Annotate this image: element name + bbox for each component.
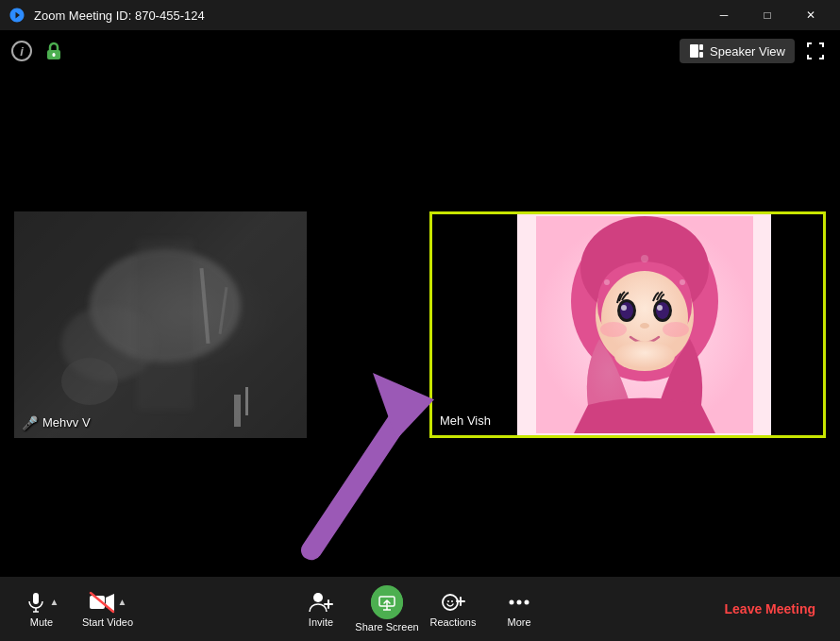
svg-rect-2 — [690, 44, 698, 58]
toolbar-center: Invite Share Screen — [289, 581, 551, 637]
svg-point-19 — [621, 305, 627, 311]
more-button[interactable]: More — [487, 581, 551, 637]
mic-muted-icon: 🎤 — [22, 415, 38, 430]
top-bar-left: i — [11, 39, 66, 63]
svg-point-47 — [451, 600, 453, 602]
app-icon — [8, 6, 26, 25]
mute-button[interactable]: ▲ Mute — [9, 581, 74, 637]
svg-point-29 — [641, 255, 648, 262]
side-left — [432, 214, 517, 435]
start-video-icon: ▲ — [89, 591, 127, 614]
tile-inner — [432, 214, 823, 435]
reactions-label: Reactions — [430, 616, 477, 628]
invite-button[interactable]: Invite — [289, 581, 353, 637]
svg-point-46 — [447, 600, 449, 602]
toolbar: ▲ Mute ▲ Start Video — [0, 577, 840, 641]
minimize-button[interactable]: ─ — [702, 0, 746, 30]
invite-icon — [309, 591, 333, 614]
svg-point-25 — [663, 322, 689, 337]
svg-rect-1 — [53, 53, 56, 57]
svg-point-51 — [517, 599, 522, 604]
avatar-image — [536, 216, 753, 433]
participant-name-mehvish: Meh Vish — [440, 413, 491, 428]
gap-area — [307, 211, 429, 438]
reactions-icon — [441, 591, 465, 614]
toolbar-left: ▲ Mute ▲ Start Video — [9, 581, 140, 637]
svg-point-18 — [620, 302, 633, 319]
svg-rect-11 — [137, 240, 193, 410]
share-screen-label: Share Screen — [355, 621, 418, 633]
window-controls: ─ □ ✕ — [702, 0, 832, 30]
info-button[interactable]: i — [11, 41, 32, 61]
title-bar: Zoom Meeting ID: 870-455-124 ─ □ ✕ — [0, 0, 840, 30]
video-tiles: 🎤 Mehvv V — [14, 211, 826, 438]
speaker-view-button[interactable]: Speaker View — [680, 39, 795, 63]
svg-point-27 — [604, 279, 610, 285]
svg-point-39 — [313, 593, 323, 602]
participant-name-mehvv: 🎤 Mehvv V — [22, 415, 91, 430]
svg-point-26 — [614, 341, 675, 371]
svg-point-23 — [640, 323, 649, 329]
maximize-button[interactable]: □ — [746, 0, 789, 30]
svg-rect-33 — [33, 593, 39, 604]
close-button[interactable]: ✕ — [789, 0, 832, 30]
svg-point-10 — [61, 358, 118, 405]
start-video-label: Start Video — [82, 616, 133, 628]
mute-label: Mute — [30, 616, 53, 628]
security-icon[interactable] — [42, 39, 66, 63]
mute-icon: ▲ — [25, 591, 59, 614]
reactions-button[interactable]: Reactions — [421, 581, 485, 637]
main-content: 🎤 Mehvv V — [0, 72, 840, 577]
svg-point-50 — [510, 599, 514, 604]
participant-tile-mehvish: Meh Vish — [429, 211, 826, 438]
svg-point-21 — [656, 302, 669, 319]
top-bar-right: Speaker View — [680, 38, 829, 64]
svg-rect-3 — [699, 44, 703, 50]
share-screen-icon — [371, 586, 403, 618]
video-area: 🎤 Mehvv V — [0, 72, 840, 577]
participant-tile-mehvv: 🎤 Mehvv V — [14, 211, 307, 438]
share-screen-button[interactable]: Share Screen — [355, 581, 419, 637]
svg-point-28 — [680, 279, 685, 285]
fullscreen-button[interactable] — [802, 38, 829, 64]
svg-point-24 — [600, 322, 627, 337]
invite-label: Invite — [309, 616, 333, 628]
top-bar: i Speaker View — [0, 30, 840, 72]
start-video-button[interactable]: ▲ Start Video — [76, 581, 140, 637]
leave-meeting-button[interactable]: Leave Meeting — [710, 581, 831, 637]
more-label: More — [507, 616, 530, 628]
camera-feed-mehvv — [14, 211, 307, 438]
toolbar-right: Leave Meeting — [710, 581, 831, 637]
video-chevron[interactable]: ▲ — [118, 598, 127, 607]
more-icon — [507, 591, 531, 614]
mute-chevron[interactable]: ▲ — [50, 598, 59, 607]
svg-point-45 — [443, 595, 458, 610]
avatar-area — [517, 214, 771, 435]
svg-rect-4 — [699, 52, 703, 58]
svg-point-52 — [525, 599, 529, 604]
side-right — [771, 214, 823, 435]
window-title: Zoom Meeting ID: 870-455-124 — [34, 8, 702, 23]
svg-point-22 — [657, 305, 663, 311]
